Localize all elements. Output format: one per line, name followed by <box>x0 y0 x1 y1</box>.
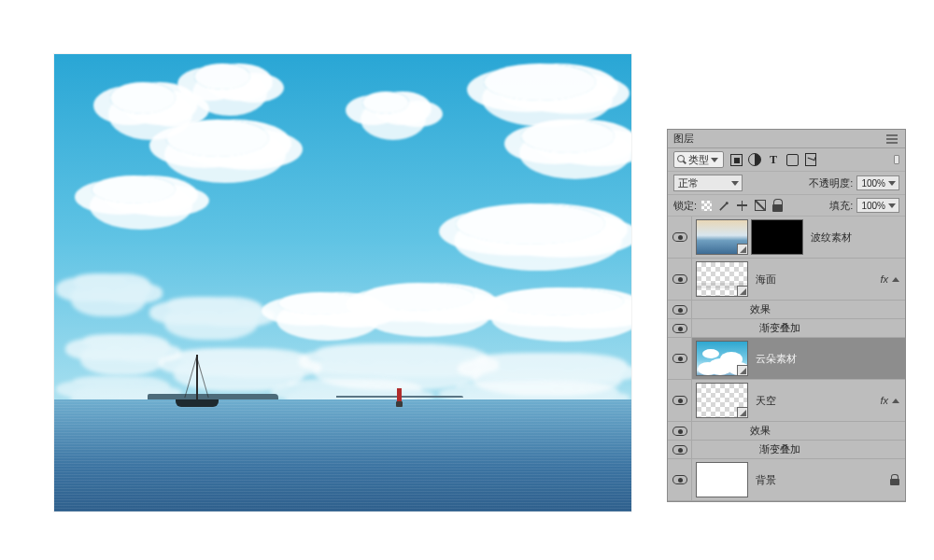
cloud-shape <box>176 348 288 365</box>
chevron-down-icon <box>888 203 896 208</box>
fill-field[interactable]: 100% <box>856 198 899 213</box>
layer-row[interactable]: 云朵素材 <box>668 338 905 380</box>
lock-all-icon[interactable] <box>771 200 784 212</box>
layer-thumbnail[interactable] <box>696 462 748 497</box>
blend-mode-value: 正常 <box>678 176 699 190</box>
visibility-eye-icon[interactable] <box>672 274 687 284</box>
visibility-eye-icon[interactable] <box>672 354 687 363</box>
visibility-eye-icon[interactable] <box>672 445 687 455</box>
fx-badge[interactable]: fx <box>880 395 888 406</box>
lock-pixels-icon[interactable] <box>718 200 730 212</box>
layer-thumbnail[interactable] <box>696 383 748 418</box>
layer-effect-item[interactable]: 渐变叠加 <box>668 319 905 338</box>
opacity-field[interactable]: 100% <box>856 175 899 190</box>
cloud-shape <box>456 381 596 392</box>
type-layer-filter-icon[interactable]: T <box>767 153 780 166</box>
layer-row[interactable]: 背景 <box>668 459 905 501</box>
filter-toggle-switch[interactable] <box>894 155 899 164</box>
layer-effect-item[interactable]: 渐变叠加 <box>668 441 905 459</box>
layer-filter-row: 类型 T <box>668 148 905 172</box>
chevron-down-icon <box>731 181 739 186</box>
panel-menu-icon[interactable] <box>884 133 899 145</box>
visibility-eye-icon[interactable] <box>672 396 687 405</box>
lock-fill-row: 锁定: 填充: 100% <box>668 195 905 217</box>
visibility-eye-icon[interactable] <box>672 305 687 315</box>
cloud-shape <box>456 203 605 245</box>
layer-name[interactable]: 波纹素材 <box>807 231 905 245</box>
chevron-down-icon <box>888 181 896 186</box>
cloud-shape <box>73 376 148 387</box>
cloud-shape <box>474 353 605 370</box>
layers-list: 波纹素材 海面 fx 效果 渐变叠加 <box>668 217 905 501</box>
visibility-eye-icon[interactable] <box>672 232 687 242</box>
smart-object-badge-icon <box>737 407 748 418</box>
shape-layer-filter-icon[interactable] <box>785 153 799 166</box>
svg-point-0 <box>726 202 729 204</box>
cloud-shape <box>493 287 624 315</box>
layer-name[interactable]: 天空 <box>752 394 871 408</box>
effect-name: 渐变叠加 <box>759 442 800 456</box>
lock-label: 锁定: <box>673 199 697 213</box>
sea <box>54 399 631 511</box>
layer-effects-row[interactable]: 效果 <box>668 301 905 319</box>
layer-name[interactable]: 云朵素材 <box>752 352 905 366</box>
smart-object-badge-icon <box>737 244 748 255</box>
chevron-down-icon <box>711 158 718 162</box>
cloud-shape <box>484 63 596 101</box>
fill-label: 填充: <box>829 199 853 213</box>
smart-object-filter-icon[interactable] <box>804 153 817 166</box>
cloud-shape <box>288 379 400 390</box>
cloud-shape <box>82 334 148 349</box>
visibility-eye-icon[interactable] <box>672 475 687 484</box>
cloud-shape <box>362 91 409 114</box>
layer-mask-thumbnail[interactable] <box>751 219 803 255</box>
lock-transparency-icon[interactable] <box>700 200 713 212</box>
effects-label: 效果 <box>750 302 771 316</box>
canvas-preview <box>54 54 631 511</box>
adjustment-layer-filter-icon[interactable] <box>748 153 761 166</box>
cloud-shape <box>316 343 465 364</box>
layer-row[interactable]: 天空 fx <box>668 380 905 422</box>
opacity-label: 不透明度: <box>809 176 853 190</box>
filter-type-label: 类型 <box>688 153 709 167</box>
buoy-marker <box>397 388 402 401</box>
cloud-shape <box>362 283 474 311</box>
layer-effects-row[interactable]: 效果 <box>668 422 905 441</box>
layer-thumbnail[interactable] <box>696 219 748 255</box>
locked-layer-icon <box>890 474 899 485</box>
fx-badge[interactable]: fx <box>880 273 888 285</box>
layers-panel: 图层 类型 T 正常 不透明度: 100% <box>667 129 906 502</box>
filter-type-dropdown[interactable]: 类型 <box>673 151 724 168</box>
cloud-shape <box>194 63 250 90</box>
effect-name: 渐变叠加 <box>759 321 800 335</box>
lock-position-icon[interactable] <box>736 200 748 212</box>
layer-name[interactable]: 背景 <box>752 473 890 487</box>
layer-thumbnail[interactable] <box>696 341 748 376</box>
cloud-shape <box>92 175 176 203</box>
smart-object-badge-icon <box>737 365 748 376</box>
visibility-eye-icon[interactable] <box>672 324 687 333</box>
layer-row[interactable]: 海面 fx <box>668 259 905 301</box>
blend-opacity-row: 正常 不透明度: 100% <box>668 172 905 195</box>
panel-title: 图层 <box>673 132 884 146</box>
lock-artboard-icon[interactable] <box>754 200 766 212</box>
pixel-layer-filter-icon[interactable] <box>729 153 743 166</box>
fill-value: 100% <box>861 201 885 211</box>
panel-header: 图层 <box>668 130 905 148</box>
chevron-up-icon[interactable] <box>892 399 899 403</box>
boat <box>176 399 219 407</box>
cloud-shape <box>110 82 176 114</box>
visibility-eye-icon[interactable] <box>672 427 687 436</box>
layer-row[interactable]: 波纹素材 <box>668 217 905 259</box>
cloud-shape <box>73 273 129 290</box>
cloud-shape <box>166 119 269 157</box>
cloud-shape <box>278 292 362 315</box>
layer-name[interactable]: 海面 <box>752 273 871 287</box>
smart-object-badge-icon <box>737 286 748 297</box>
chevron-up-icon[interactable] <box>892 277 899 282</box>
effects-label: 效果 <box>750 424 771 438</box>
layer-thumbnail[interactable] <box>696 261 748 297</box>
search-icon <box>677 155 686 164</box>
cloud-shape <box>521 119 615 153</box>
blend-mode-dropdown[interactable]: 正常 <box>673 175 743 191</box>
